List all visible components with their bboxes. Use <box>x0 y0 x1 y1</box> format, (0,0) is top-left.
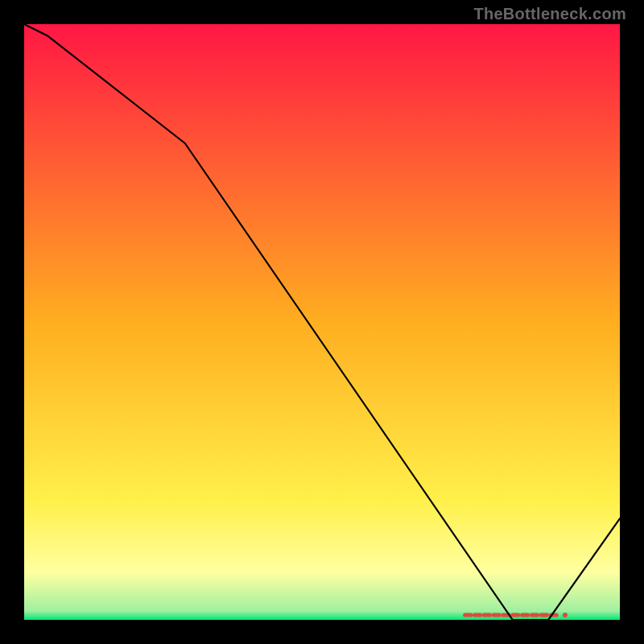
chart-page: TheBottleneck.com <box>0 0 644 644</box>
watermark-text: TheBottleneck.com <box>473 5 626 23</box>
chart-canvas <box>24 24 620 620</box>
chart-container <box>24 24 620 620</box>
